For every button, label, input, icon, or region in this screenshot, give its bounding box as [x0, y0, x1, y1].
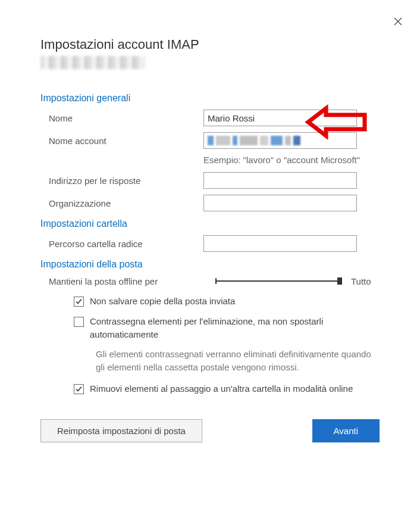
checkbox-purge-on-switch-label: Rimuovi elementi al passaggio a un'altra…: [90, 382, 353, 395]
close-icon[interactable]: [393, 17, 403, 27]
checkbox-mark-delete[interactable]: [74, 317, 84, 327]
dialog-title: Impostazioni account IMAP: [40, 37, 380, 52]
offline-label: Mantieni la posta offline per: [49, 276, 215, 286]
offline-value: Tutto: [351, 276, 371, 286]
root-folder-input[interactable]: [203, 235, 357, 252]
account-email-blurred: [40, 56, 145, 69]
account-name-example: Esempio: "lavoro" o "account Microsoft": [203, 155, 380, 165]
root-folder-label: Percorso cartella radice: [49, 239, 203, 249]
checkbox-dont-save-sent-label: Non salvare copie della posta inviata: [90, 295, 235, 308]
section-mail: Impostazioni della posta: [40, 259, 380, 270]
reply-address-input[interactable]: [203, 172, 357, 189]
section-general: Impostazioni generali: [40, 93, 380, 104]
name-label: Nome: [49, 113, 203, 123]
name-input[interactable]: [203, 110, 357, 126]
reply-address-label: Indirizzo per le risposte: [49, 176, 203, 186]
mark-delete-help: Gli elementi contrassegnati verranno eli…: [40, 348, 380, 374]
section-folder: Impostazioni cartella: [40, 219, 380, 229]
offline-slider[interactable]: [215, 276, 340, 286]
checkbox-purge-on-switch[interactable]: [74, 384, 84, 394]
next-button[interactable]: Avanti: [312, 419, 380, 442]
organization-label: Organizzazione: [49, 198, 203, 208]
account-name-label: Nome account: [49, 136, 203, 146]
organization-input[interactable]: [203, 195, 357, 211]
account-name-input-blurred[interactable]: [203, 132, 357, 149]
checkbox-dont-save-sent[interactable]: [74, 297, 84, 307]
reset-mail-settings-button[interactable]: Reimposta impostazioni di posta: [40, 419, 202, 442]
checkbox-mark-delete-label: Contrassegna elementi per l'eliminazione…: [90, 315, 380, 341]
